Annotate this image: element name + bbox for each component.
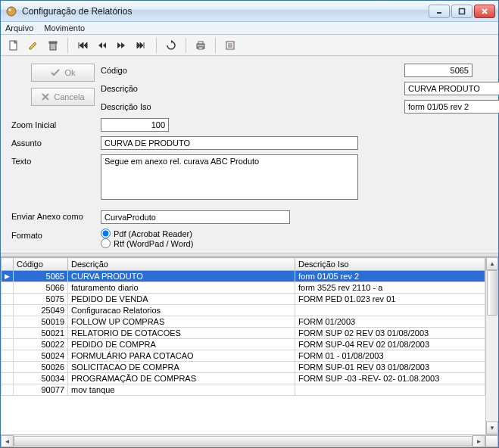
menu-movimento[interactable]: Movimento: [44, 23, 85, 33]
cell-descricao-iso[interactable]: FORM SUP-01 REV 03 01/08/2003: [295, 362, 485, 373]
scroll-left-icon[interactable]: ◄: [1, 435, 14, 447]
delete-icon[interactable]: [45, 37, 61, 54]
cell-descricao[interactable]: mov tanque: [68, 384, 295, 396]
cell-descricao[interactable]: RELATORIO DE COTACOES: [68, 328, 295, 339]
minimize-button[interactable]: [429, 5, 450, 18]
cell-descricao-iso[interactable]: form 01/05 rev 2: [295, 271, 485, 282]
cell-descricao[interactable]: Configuracao Relatorios: [68, 305, 295, 316]
grid-header-codigo[interactable]: Código: [14, 258, 68, 271]
next-record-icon[interactable]: [114, 37, 130, 54]
svg-rect-7: [50, 43, 56, 50]
cell-codigo[interactable]: 5075: [14, 294, 68, 305]
first-record-icon[interactable]: [74, 37, 91, 54]
texto-field[interactable]: [101, 154, 358, 200]
table-row[interactable]: 50026SOLICITACAO DE COMPRAFORM SUP-01 RE…: [2, 362, 485, 373]
cell-codigo[interactable]: 90077: [14, 384, 68, 396]
cell-descricao-iso[interactable]: [295, 384, 485, 396]
app-window: Configuração de Relatórios Arquivo Movim…: [0, 0, 499, 448]
maximize-button[interactable]: [451, 5, 472, 18]
cell-descricao-iso[interactable]: [295, 305, 485, 316]
scroll-track[interactable]: [486, 270, 498, 422]
cell-codigo[interactable]: 50022: [14, 339, 68, 350]
cell-codigo[interactable]: 50019: [14, 316, 68, 328]
print-icon[interactable]: [192, 37, 209, 54]
close-button[interactable]: [474, 5, 495, 18]
table-row[interactable]: 50019FOLLOW UP COMPRASFORM 01/2003: [2, 316, 485, 328]
ok-button[interactable]: Ok: [31, 64, 95, 82]
descricao-iso-field[interactable]: [404, 100, 499, 114]
toolbar: [1, 35, 498, 56]
last-record-icon[interactable]: [133, 37, 150, 54]
grid-header-marker: [2, 258, 14, 271]
cell-descricao[interactable]: SOLICITACAO DE COMPRA: [68, 362, 295, 373]
scroll-thumb[interactable]: [14, 436, 472, 446]
cell-codigo[interactable]: 50024: [14, 350, 68, 362]
row-marker: ▶: [2, 271, 14, 282]
table-row[interactable]: 50022PEDIDO DE COMPRAFORM SUP-04 REV 02 …: [2, 339, 485, 350]
cell-descricao-iso[interactable]: FORM SUP -03 -REV- 02- 01.08.2003: [295, 373, 485, 384]
assunto-field[interactable]: [101, 136, 358, 150]
cell-descricao-iso[interactable]: FORM SUP 02 REV 03 01/08/2003: [295, 328, 485, 339]
new-icon[interactable]: [5, 37, 22, 54]
cell-descricao-iso[interactable]: FORM 01 - 01/08/2003: [295, 350, 485, 362]
descricao-field[interactable]: [404, 82, 499, 95]
row-marker: [2, 316, 14, 328]
cell-codigo[interactable]: 25049: [14, 305, 68, 316]
toolbar-separator: [215, 38, 216, 53]
scroll-up-icon[interactable]: ▲: [486, 257, 498, 270]
table-row[interactable]: 25049Configuracao Relatorios: [2, 305, 485, 316]
cell-codigo[interactable]: 50026: [14, 362, 68, 373]
svg-rect-3: [460, 8, 465, 14]
cell-descricao[interactable]: faturamento diario: [68, 282, 295, 294]
cell-descricao-iso[interactable]: FORM SUP-04 REV 02 01/08/2003: [295, 339, 485, 350]
cell-descricao[interactable]: PEDIDO DE VENDA: [68, 294, 295, 305]
scroll-thumb[interactable]: [487, 270, 497, 316]
refresh-icon[interactable]: [163, 37, 179, 54]
cell-codigo[interactable]: 50034: [14, 373, 68, 384]
cell-descricao[interactable]: FORMULÁRIO PARA COTACAO: [68, 350, 295, 362]
cell-descricao[interactable]: CURVA PRODUTO: [68, 271, 295, 282]
properties-icon[interactable]: [222, 37, 239, 54]
cancel-icon: [41, 92, 50, 101]
ok-button-label: Ok: [64, 68, 75, 77]
zoom-field[interactable]: [101, 118, 169, 132]
prev-record-icon[interactable]: [94, 37, 111, 54]
scroll-right-icon[interactable]: ►: [472, 435, 485, 447]
formato-rtf-radio[interactable]: [101, 238, 111, 248]
edit-icon[interactable]: [25, 37, 42, 54]
cell-descricao[interactable]: FOLLOW UP COMPRAS: [68, 316, 295, 328]
cell-codigo[interactable]: 5065: [14, 271, 68, 282]
cell-descricao[interactable]: PROGRAMAÇÃO DE COMPRAS: [68, 373, 295, 384]
horizontal-scrollbar[interactable]: ◄ ►: [1, 434, 498, 447]
vertical-scrollbar[interactable]: ▲ ▼: [485, 257, 498, 434]
menu-arquivo[interactable]: Arquivo: [5, 23, 33, 33]
scroll-down-icon[interactable]: ▼: [486, 422, 498, 434]
codigo-field[interactable]: [404, 64, 472, 77]
table-row[interactable]: 5066faturamento diarioform 3525 rev 2110…: [2, 282, 485, 294]
enviar-anexo-field[interactable]: [101, 210, 290, 224]
window-title: Configuração de Relatórios: [22, 6, 429, 17]
cell-codigo[interactable]: 50021: [14, 328, 68, 339]
cell-descricao-iso[interactable]: FORM 01/2003: [295, 316, 485, 328]
table-row[interactable]: 5075PEDIDO DE VENDAFORM PED 01.023 rev 0…: [2, 294, 485, 305]
grid-header-row: Código Descrição Descrição Iso: [2, 258, 485, 271]
table-row[interactable]: ▶5065CURVA PRODUTOform 01/05 rev 2: [2, 271, 485, 282]
cell-descricao-iso[interactable]: FORM PED 01.023 rev 01: [295, 294, 485, 305]
table-row[interactable]: 50024FORMULÁRIO PARA COTACAOFORM 01 - 01…: [2, 350, 485, 362]
formato-rtf-label: Rtf (WordPad / Word): [114, 239, 193, 248]
table-row[interactable]: 50021RELATORIO DE COTACOESFORM SUP 02 RE…: [2, 328, 485, 339]
cell-descricao[interactable]: PEDIDO DE COMPRA: [68, 339, 295, 350]
label-enviar-anexo: Enviar Anexo como: [11, 206, 95, 221]
formato-pdf-radio[interactable]: [101, 229, 111, 238]
table-row[interactable]: 50034PROGRAMAÇÃO DE COMPRASFORM SUP -03 …: [2, 373, 485, 384]
scroll-track[interactable]: [14, 435, 472, 447]
cell-codigo[interactable]: 5066: [14, 282, 68, 294]
menubar: Arquivo Movimento: [1, 22, 498, 35]
cell-descricao-iso[interactable]: form 3525 rev 2110 - a: [295, 282, 485, 294]
grid-header-descricao[interactable]: Descrição: [68, 258, 295, 271]
table-row[interactable]: 90077mov tanque: [2, 384, 485, 396]
label-codigo: Código: [101, 64, 398, 75]
grid-header-descricao-iso[interactable]: Descrição Iso: [295, 258, 485, 271]
cancel-button[interactable]: Cancela: [31, 88, 95, 106]
titlebar[interactable]: Configuração de Relatórios: [1, 1, 498, 22]
